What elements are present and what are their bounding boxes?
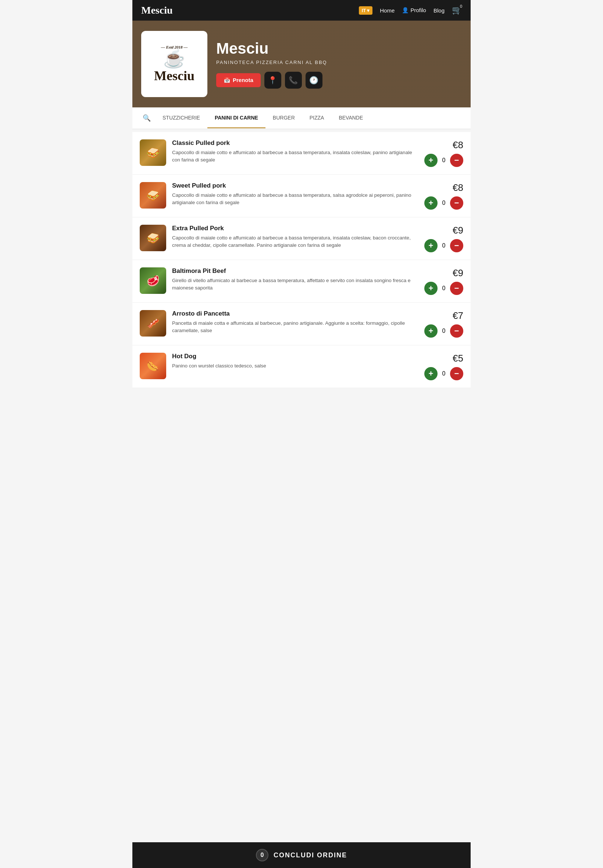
item-image: 🥪 [140, 182, 166, 209]
quantity-decrease-button[interactable]: − [450, 324, 463, 337]
quantity-increase-button[interactable]: + [424, 367, 438, 380]
quantity-increase-button[interactable]: + [424, 324, 438, 337]
home-link[interactable]: Home [380, 7, 394, 14]
item-description: Capocollo di maiale cotto e affumicato a… [172, 234, 418, 249]
item-right: €8 + 0 − [424, 139, 463, 167]
language-selector[interactable]: IT ▾ [359, 6, 373, 15]
item-name: Baltimora Pit Beef [172, 268, 418, 275]
tab-bevande[interactable]: BEVANDE [331, 108, 370, 128]
item-name: Hot Dog [172, 353, 418, 360]
quantity-control: + 0 − [424, 324, 463, 337]
item-right: €8 + 0 − [424, 182, 463, 210]
quantity-value: 0 [442, 285, 445, 292]
item-image: 🥓 [140, 310, 166, 337]
prenota-button[interactable]: 📅 Prenota [216, 73, 261, 87]
quantity-control: + 0 − [424, 239, 463, 252]
item-details: Sweet Pulled pork Capocollo di maiale co… [172, 182, 418, 207]
quantity-decrease-button[interactable]: − [450, 196, 463, 210]
cart-badge: 0 [458, 3, 464, 9]
cart-button[interactable]: 🛒 0 [452, 6, 462, 15]
quantity-increase-button[interactable]: + [424, 196, 438, 210]
restaurant-name: Mesciu [216, 40, 327, 57]
quantity-value: 0 [442, 200, 445, 206]
item-price: €8 [453, 182, 463, 193]
item-image-emoji: 🌭 [140, 353, 166, 379]
logo-name: Mesciu [154, 69, 195, 84]
blog-link[interactable]: Blog [433, 7, 445, 14]
quantity-increase-button[interactable]: + [424, 154, 438, 167]
menu-item: 🥩 Baltimora Pit Beef Girello di vitello … [132, 260, 471, 303]
tab-burger[interactable]: BURGER [266, 108, 302, 128]
item-details: Extra Pulled Pork Capocollo di maiale co… [172, 225, 418, 249]
quantity-control: + 0 − [424, 154, 463, 167]
item-price: €5 [453, 353, 463, 364]
brand-logo: Mesciu [141, 5, 173, 16]
quantity-increase-button[interactable]: + [424, 282, 438, 295]
item-image-emoji: 🥩 [140, 268, 166, 294]
menu-item: 🌭 Hot Dog Panino con wurstel classico te… [132, 345, 471, 388]
item-description: Capocollo di maiale cotto e affumicato a… [172, 192, 418, 207]
item-name: Extra Pulled Pork [172, 225, 418, 232]
item-image: 🥩 [140, 268, 166, 294]
item-price: €9 [453, 225, 463, 236]
item-price: €9 [453, 268, 463, 279]
item-details: Hot Dog Panino con wurstel classico tede… [172, 353, 418, 370]
item-details: Baltimora Pit Beef Girello di vitello af… [172, 268, 418, 292]
item-description: Panino con wurstel classico tedesco, sal… [172, 362, 418, 370]
restaurant-header: — Estd 2018 — ☕ Mesciu Mesciu PANINOTECA… [132, 21, 471, 107]
hours-button[interactable]: 🕐 [306, 72, 322, 89]
location-button[interactable]: 📍 [264, 72, 281, 89]
quantity-control: + 0 − [424, 196, 463, 210]
location-icon: 📍 [268, 76, 277, 85]
item-image-emoji: 🥪 [140, 225, 166, 251]
restaurant-subtitle: PANINOTECA PIZZERIA CARNI AL BBQ [216, 60, 327, 65]
tab-stuzzicherie[interactable]: STUZZICHERIE [155, 108, 207, 128]
quantity-value: 0 [442, 370, 445, 377]
profilo-link[interactable]: 👤 Profilo [402, 7, 426, 14]
quantity-decrease-button[interactable]: − [450, 239, 463, 252]
item-image: 🥪 [140, 225, 166, 251]
restaurant-info: Mesciu PANINOTECA PIZZERIA CARNI AL BBQ … [216, 40, 327, 89]
item-description: Capocollo di maiale cotto e affumicato a… [172, 149, 418, 164]
item-price: €8 [453, 139, 463, 151]
item-name: Sweet Pulled pork [172, 182, 418, 189]
user-icon: 👤 [402, 7, 409, 13]
menu-item: 🥪 Sweet Pulled pork Capocollo di maiale … [132, 175, 471, 217]
menu-item: 🥪 Extra Pulled Pork Capocollo di maiale … [132, 217, 471, 260]
quantity-control: + 0 − [424, 367, 463, 380]
clock-icon: 🕐 [309, 76, 319, 85]
search-icon[interactable]: 🔍 [138, 107, 155, 129]
item-image: 🌭 [140, 353, 166, 379]
quantity-decrease-button[interactable]: − [450, 367, 463, 380]
nav-right: IT ▾ Home 👤 Profilo Blog 🛒 0 [359, 6, 462, 15]
menu-item: 🥪 Classic Pulled pork Capocollo di maial… [132, 132, 471, 175]
quantity-decrease-button[interactable]: − [450, 282, 463, 295]
quantity-control: + 0 − [424, 282, 463, 295]
item-right: €9 + 0 − [424, 268, 463, 295]
restaurant-actions: 📅 Prenota 📍 📞 🕐 [216, 72, 327, 89]
phone-icon: 📞 [289, 76, 298, 85]
item-right: €7 + 0 − [424, 310, 463, 337]
tab-pizza[interactable]: PIZZA [302, 108, 332, 128]
item-image: 🥪 [140, 139, 166, 166]
item-name: Classic Pulled pork [172, 139, 418, 147]
menu-section: 🥪 Classic Pulled pork Capocollo di maial… [132, 132, 471, 388]
menu-item: 🥓 Arrosto di Pancetta Pancetta di maiale… [132, 303, 471, 345]
item-name: Arrosto di Pancetta [172, 310, 418, 317]
restaurant-logo: — Estd 2018 — ☕ Mesciu [141, 31, 207, 97]
logo-graphic: ☕ [154, 49, 195, 69]
phone-button[interactable]: 📞 [285, 72, 302, 89]
quantity-value: 0 [442, 242, 445, 249]
calendar-icon: 📅 [224, 77, 230, 84]
item-description: Pancetta di maiale cotta e affumicata al… [172, 320, 418, 335]
tab-panini-di-carne[interactable]: PANINI DI CARNE [207, 108, 266, 128]
quantity-decrease-button[interactable]: − [450, 154, 463, 167]
item-image-emoji: 🥪 [140, 182, 166, 209]
item-description: Girello di vitello affumicato al barbecu… [172, 277, 418, 292]
quantity-increase-button[interactable]: + [424, 239, 438, 252]
category-tabs: 🔍 STUZZICHERIE PANINI DI CARNE BURGER PI… [132, 107, 471, 129]
quantity-value: 0 [442, 328, 445, 334]
item-right: €5 + 0 − [424, 353, 463, 380]
item-image-emoji: 🥓 [140, 310, 166, 337]
top-navigation: Mesciu IT ▾ Home 👤 Profilo Blog 🛒 0 [132, 0, 471, 21]
